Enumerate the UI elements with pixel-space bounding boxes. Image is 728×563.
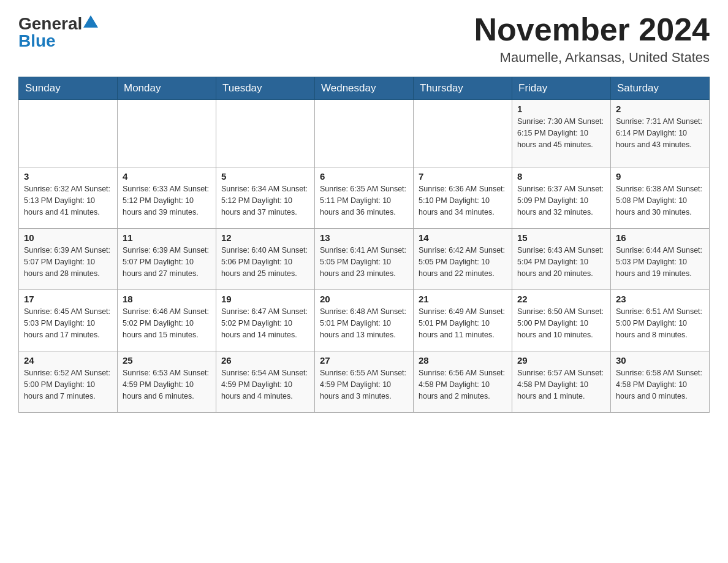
logo-blue-text: Blue [18,33,56,50]
day-number: 3 [24,171,112,182]
calendar-cell: 8Sunrise: 6:37 AM Sunset: 5:09 PM Daylig… [512,167,611,229]
calendar-cell: 11Sunrise: 6:39 AM Sunset: 5:07 PM Dayli… [118,229,216,290]
day-info: Sunrise: 6:32 AM Sunset: 5:13 PM Dayligh… [24,183,112,218]
day-number: 20 [320,294,408,304]
day-info: Sunrise: 6:39 AM Sunset: 5:07 PM Dayligh… [123,245,211,279]
week-row-3: 10Sunrise: 6:39 AM Sunset: 5:07 PM Dayli… [19,229,710,290]
calendar-cell: 14Sunrise: 6:42 AM Sunset: 5:05 PM Dayli… [414,229,512,290]
day-number: 23 [616,294,704,304]
day-info: Sunrise: 6:48 AM Sunset: 5:01 PM Dayligh… [320,306,408,340]
day-number: 16 [616,232,704,243]
logo-general-text: General [18,15,82,33]
day-info: Sunrise: 6:58 AM Sunset: 4:58 PM Dayligh… [616,367,704,402]
day-number: 9 [616,171,704,182]
calendar-cell: 23Sunrise: 6:51 AM Sunset: 5:00 PM Dayli… [611,290,710,351]
day-number: 19 [221,294,309,304]
logo: General Blue [18,12,98,50]
day-info: Sunrise: 6:51 AM Sunset: 5:00 PM Dayligh… [616,306,704,340]
day-number: 10 [24,232,112,243]
calendar-cell: 9Sunrise: 6:38 AM Sunset: 5:08 PM Daylig… [611,167,710,229]
day-info: Sunrise: 6:57 AM Sunset: 4:58 PM Dayligh… [517,367,605,402]
calendar-cell: 29Sunrise: 6:57 AM Sunset: 4:58 PM Dayli… [512,351,611,413]
calendar-cell: 7Sunrise: 6:36 AM Sunset: 5:10 PM Daylig… [414,167,512,229]
day-info: Sunrise: 6:52 AM Sunset: 5:00 PM Dayligh… [24,367,112,402]
calendar-cell: 4Sunrise: 6:33 AM Sunset: 5:12 PM Daylig… [118,167,216,229]
calendar-cell: 18Sunrise: 6:46 AM Sunset: 5:02 PM Dayli… [118,290,216,351]
week-row-2: 3Sunrise: 6:32 AM Sunset: 5:13 PM Daylig… [19,167,710,229]
day-info: Sunrise: 6:41 AM Sunset: 5:05 PM Dayligh… [320,245,408,279]
day-info: Sunrise: 6:56 AM Sunset: 4:58 PM Dayligh… [419,367,507,402]
week-row-1: 1Sunrise: 7:30 AM Sunset: 6:15 PM Daylig… [19,100,710,167]
days-header-row: SundayMondayTuesdayWednesdayThursdayFrid… [19,77,710,100]
calendar-cell: 6Sunrise: 6:35 AM Sunset: 5:11 PM Daylig… [315,167,414,229]
calendar-cell: 24Sunrise: 6:52 AM Sunset: 5:00 PM Dayli… [19,351,118,413]
day-number: 17 [24,294,112,304]
day-info: Sunrise: 6:47 AM Sunset: 5:02 PM Dayligh… [221,306,309,340]
day-info: Sunrise: 6:54 AM Sunset: 4:59 PM Dayligh… [221,367,309,402]
day-header-thursday: Thursday [414,77,512,100]
calendar-cell: 21Sunrise: 6:49 AM Sunset: 5:01 PM Dayli… [414,290,512,351]
day-info: Sunrise: 6:40 AM Sunset: 5:06 PM Dayligh… [221,245,309,279]
calendar-cell: 28Sunrise: 6:56 AM Sunset: 4:58 PM Dayli… [414,351,512,413]
calendar-cell [118,100,216,167]
day-info: Sunrise: 6:33 AM Sunset: 5:12 PM Dayligh… [123,183,211,218]
day-number: 5 [221,171,309,182]
day-number: 8 [517,171,605,182]
day-header-sunday: Sunday [19,77,118,100]
day-number: 30 [616,355,704,366]
calendar-cell: 5Sunrise: 6:34 AM Sunset: 5:12 PM Daylig… [216,167,315,229]
calendar-cell: 3Sunrise: 6:32 AM Sunset: 5:13 PM Daylig… [19,167,118,229]
day-info: Sunrise: 6:43 AM Sunset: 5:04 PM Dayligh… [517,245,605,279]
day-info: Sunrise: 6:53 AM Sunset: 4:59 PM Dayligh… [123,367,211,402]
calendar-cell: 30Sunrise: 6:58 AM Sunset: 4:58 PM Dayli… [611,351,710,413]
calendar-cell: 19Sunrise: 6:47 AM Sunset: 5:02 PM Dayli… [216,290,315,351]
day-info: Sunrise: 6:45 AM Sunset: 5:03 PM Dayligh… [24,306,112,340]
calendar-cell: 10Sunrise: 6:39 AM Sunset: 5:07 PM Dayli… [19,229,118,290]
day-number: 13 [320,232,408,243]
day-header-friday: Friday [512,77,611,100]
calendar-cell: 25Sunrise: 6:53 AM Sunset: 4:59 PM Dayli… [118,351,216,413]
day-number: 18 [123,294,211,304]
day-info: Sunrise: 6:38 AM Sunset: 5:08 PM Dayligh… [616,183,704,218]
calendar-cell: 20Sunrise: 6:48 AM Sunset: 5:01 PM Dayli… [315,290,414,351]
calendar-cell: 17Sunrise: 6:45 AM Sunset: 5:03 PM Dayli… [19,290,118,351]
header: General Blue November 2024 Maumelle, Ark… [18,12,710,66]
calendar-cell [315,100,414,167]
day-number: 15 [517,232,605,243]
calendar-cell [414,100,512,167]
day-number: 2 [616,104,704,114]
day-header-saturday: Saturday [611,77,710,100]
day-number: 1 [517,104,605,114]
day-header-tuesday: Tuesday [216,77,315,100]
day-number: 12 [221,232,309,243]
calendar-cell: 1Sunrise: 7:30 AM Sunset: 6:15 PM Daylig… [512,100,611,167]
day-info: Sunrise: 6:39 AM Sunset: 5:07 PM Dayligh… [24,245,112,279]
week-row-5: 24Sunrise: 6:52 AM Sunset: 5:00 PM Dayli… [19,351,710,413]
day-number: 25 [123,355,211,366]
month-title: November 2024 [474,12,710,47]
day-info: Sunrise: 6:46 AM Sunset: 5:02 PM Dayligh… [123,306,211,340]
title-area: November 2024 Maumelle, Arkansas, United… [474,12,710,66]
day-number: 24 [24,355,112,366]
day-info: Sunrise: 6:36 AM Sunset: 5:10 PM Dayligh… [419,183,507,218]
day-number: 29 [517,355,605,366]
day-info: Sunrise: 6:42 AM Sunset: 5:05 PM Dayligh… [419,245,507,279]
logo-triangle-icon [83,15,98,28]
day-info: Sunrise: 6:37 AM Sunset: 5:09 PM Dayligh… [517,183,605,218]
day-number: 14 [419,232,507,243]
day-header-monday: Monday [118,77,216,100]
day-number: 7 [419,171,507,182]
day-number: 22 [517,294,605,304]
calendar-cell: 16Sunrise: 6:44 AM Sunset: 5:03 PM Dayli… [611,229,710,290]
day-number: 21 [419,294,507,304]
day-number: 27 [320,355,408,366]
calendar-cell: 15Sunrise: 6:43 AM Sunset: 5:04 PM Dayli… [512,229,611,290]
calendar-cell: 22Sunrise: 6:50 AM Sunset: 5:00 PM Dayli… [512,290,611,351]
day-info: Sunrise: 6:44 AM Sunset: 5:03 PM Dayligh… [616,245,704,279]
day-info: Sunrise: 6:49 AM Sunset: 5:01 PM Dayligh… [419,306,507,340]
calendar-cell: 27Sunrise: 6:55 AM Sunset: 4:59 PM Dayli… [315,351,414,413]
day-number: 26 [221,355,309,366]
calendar-cell: 12Sunrise: 6:40 AM Sunset: 5:06 PM Dayli… [216,229,315,290]
week-row-4: 17Sunrise: 6:45 AM Sunset: 5:03 PM Dayli… [19,290,710,351]
day-info: Sunrise: 6:34 AM Sunset: 5:12 PM Dayligh… [221,183,309,218]
